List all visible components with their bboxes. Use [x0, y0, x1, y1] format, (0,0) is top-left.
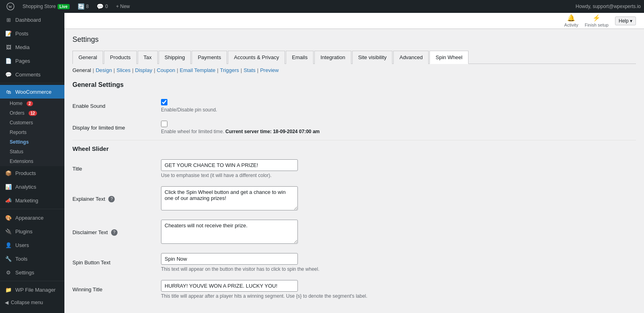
- adminbar-new[interactable]: + New: [113, 0, 133, 13]
- subnav-email-template[interactable]: Email Template: [180, 67, 216, 73]
- sidebar-item-tools[interactable]: 🔧 Tools: [0, 252, 64, 266]
- sidebar-item-wp-file-manager[interactable]: 📁 WP File Manager: [0, 283, 64, 297]
- title-label: Title: [72, 155, 161, 182]
- posts-icon: 📝: [5, 30, 12, 37]
- appearance-icon: 🎨: [5, 214, 12, 221]
- collapse-menu[interactable]: ◀ Collapse menu: [0, 297, 64, 309]
- subnav-general[interactable]: General: [72, 67, 91, 73]
- sidebar-item-woo-home[interactable]: Home 2: [0, 99, 64, 108]
- spin-button-text-input[interactable]: [161, 253, 298, 265]
- sidebar-item-woocommerce[interactable]: 🛍 WooCommerce: [0, 85, 64, 99]
- sidebar-item-users[interactable]: 👤 Users: [0, 238, 64, 252]
- woo-icon: 🛍: [5, 88, 12, 95]
- explainer-text-input[interactable]: Click the Spin Wheel button and get a ch…: [161, 186, 298, 210]
- dashboard-icon: ⊞: [5, 16, 12, 23]
- tab-site-visibility[interactable]: Site visibility: [352, 51, 393, 64]
- wheel-slider-table: Title Use to emphasise text (it will hav…: [72, 155, 636, 303]
- tab-integration[interactable]: Integration: [314, 51, 351, 64]
- finish-setup-button[interactable]: ⚡ Finish setup: [585, 14, 609, 27]
- explainer-text-row: Explainer Text ? Click the Spin Wheel bu…: [72, 182, 636, 216]
- activity-button[interactable]: 🔔 Activity: [564, 14, 578, 27]
- tab-accounts-privacy[interactable]: Accounts & Privacy: [228, 51, 285, 64]
- spin-wheel-subnav: General | Design | Slices | Display | Co…: [72, 64, 636, 76]
- subnav-display[interactable]: Display: [135, 67, 153, 73]
- tab-tax[interactable]: Tax: [138, 51, 158, 64]
- help-button[interactable]: Help ▾: [615, 16, 636, 25]
- disclaimer-text-help-icon[interactable]: ?: [111, 229, 118, 236]
- menu-sep-2: [0, 209, 64, 209]
- tab-general[interactable]: General: [72, 51, 103, 64]
- enable-sound-checkbox[interactable]: [161, 99, 167, 105]
- sidebar-item-appearance[interactable]: 🎨 Appearance: [0, 211, 64, 224]
- sidebar-item-products[interactable]: 📦 Products: [0, 166, 64, 180]
- adminbar-comments[interactable]: 💬 0: [93, 0, 111, 13]
- adminbar-wp-logo[interactable]: W: [3, 0, 18, 13]
- enable-sound-cell: Enable/Disable pin sound.: [161, 95, 636, 117]
- sidebar-item-posts[interactable]: 📝 Posts: [0, 27, 64, 40]
- sidebar-item-marketing[interactable]: 📣 Marketing: [0, 194, 64, 207]
- sidebar-item-woo-orders[interactable]: Orders 12: [0, 108, 64, 118]
- adminbar-updates[interactable]: 🔄 8: [74, 0, 92, 13]
- disclaimer-text-input[interactable]: Cheaters will not receive their prize.: [161, 220, 298, 244]
- general-settings-table: Enable Sound Enable/Disable pin sound. D…: [72, 95, 636, 138]
- spin-button-text-cell: This text will appear on the button the …: [161, 249, 636, 276]
- sidebar-item-woo-status[interactable]: Status: [0, 147, 64, 156]
- display-limited-time-checkbox[interactable]: [161, 121, 167, 127]
- title-description: Use to emphasise text (it will have a di…: [161, 173, 636, 178]
- admin-bar: W Shopping Store Live 🔄 8 💬 0 + New Howd…: [0, 0, 644, 13]
- tools-icon: 🔧: [5, 255, 12, 262]
- svg-text:W: W: [8, 5, 12, 9]
- subnav-design[interactable]: Design: [96, 67, 112, 73]
- menu-sep-3: [0, 281, 64, 281]
- settings-icon: ⚙: [5, 269, 12, 276]
- spin-button-text-label: Spin Button Text: [72, 249, 161, 276]
- sidebar-item-settings[interactable]: ⚙ Settings: [0, 266, 64, 279]
- sidebar-item-woo-extensions[interactable]: Extensions: [0, 156, 64, 166]
- wheel-slider-title: Wheel Slider: [72, 140, 636, 155]
- sidebar: ⊞ Dashboard 📝 Posts 🖼 Media 📄 Pages 💬 Co…: [0, 13, 64, 313]
- sidebar-item-media[interactable]: 🖼 Media: [0, 40, 64, 54]
- tab-products[interactable]: Products: [104, 51, 136, 64]
- sidebar-item-woo-reports[interactable]: Reports: [0, 128, 64, 137]
- tab-spin-wheel[interactable]: Spin Wheel: [429, 51, 468, 64]
- sidebar-item-analytics[interactable]: 📊 Analytics: [0, 180, 64, 194]
- sidebar-item-comments[interactable]: 💬 Comments: [0, 68, 64, 81]
- enable-sound-checkbox-wrap: [161, 99, 636, 105]
- disclaimer-text-row: Disclaimer Text ? Cheaters will not rece…: [72, 216, 636, 249]
- users-icon: 👤: [5, 241, 12, 249]
- finish-setup-icon: ⚡: [592, 14, 601, 22]
- explainer-text-help-icon[interactable]: ?: [108, 196, 115, 202]
- sidebar-item-woo-settings[interactable]: Settings: [0, 137, 64, 147]
- subnav-triggers[interactable]: Triggers: [220, 67, 239, 73]
- adminbar-user: Howdy, support@wpexperts.io: [576, 4, 641, 9]
- subnav-stats[interactable]: Stats: [244, 67, 256, 73]
- title-input[interactable]: [161, 159, 298, 171]
- tab-emails[interactable]: Emails: [286, 51, 314, 64]
- subnav-preview[interactable]: Preview: [260, 67, 279, 73]
- tab-payments[interactable]: Payments: [192, 51, 227, 64]
- adminbar-site-name[interactable]: Shopping Store Live: [19, 0, 73, 13]
- file-manager-icon: 📁: [5, 286, 12, 293]
- title-row: Title Use to emphasise text (it will hav…: [72, 155, 636, 182]
- marketing-icon: 📣: [5, 197, 12, 204]
- subnav-slices[interactable]: Slices: [117, 67, 131, 73]
- analytics-icon: 📊: [5, 183, 12, 190]
- display-limited-time-label: Display for limited time: [72, 117, 161, 138]
- plugins-icon: 🔌: [5, 228, 12, 235]
- explainer-text-label: Explainer Text ?: [72, 182, 161, 216]
- winning-title-label: Winning Title: [72, 276, 161, 303]
- enable-sound-description: Enable/Disable pin sound.: [161, 107, 636, 113]
- sidebar-item-pages[interactable]: 📄 Pages: [0, 54, 64, 68]
- display-limited-time-row: Display for limited time Enable wheel fo…: [72, 117, 636, 138]
- page-content: Settings General Products Tax Shipping P…: [64, 29, 644, 313]
- spin-button-text-description: This text will appear on the button the …: [161, 266, 636, 272]
- general-settings-title: General Settings: [72, 81, 636, 89]
- winning-title-input[interactable]: [161, 280, 298, 292]
- tab-advanced[interactable]: Advanced: [393, 51, 429, 64]
- sidebar-item-woo-customers[interactable]: Customers: [0, 118, 64, 128]
- sidebar-item-plugins[interactable]: 🔌 Plugins: [0, 224, 64, 238]
- sidebar-item-dashboard[interactable]: ⊞ Dashboard: [0, 13, 64, 27]
- subnav-coupon[interactable]: Coupon: [157, 67, 175, 73]
- tab-shipping[interactable]: Shipping: [159, 51, 191, 64]
- media-icon: 🖼: [5, 43, 12, 51]
